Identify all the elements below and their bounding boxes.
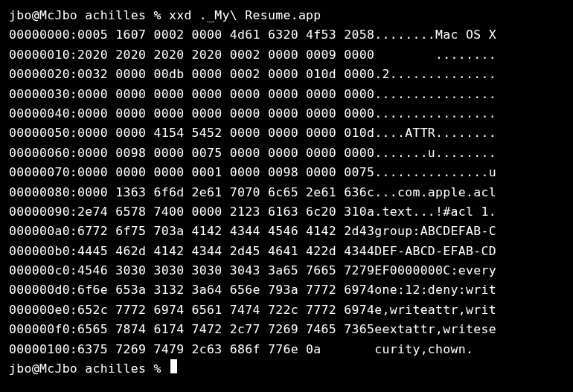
hexdump-row: 00000050: 0000 0000 4154 5452 0000 0000 … bbox=[9, 123, 564, 143]
hex-bytes: 6565 7874 6174 7472 2c77 7269 7465 7365 bbox=[77, 320, 374, 339]
hexdump-row: 00000080: 0000 1363 6f6d 2e61 7070 6c65 … bbox=[9, 183, 564, 202]
hex-offset: 00000040: bbox=[9, 104, 77, 123]
hex-offset: 00000050: bbox=[9, 123, 77, 143]
prompt-line-1: jbo@McJbo achilles % xxd ._My\ Resume.ap… bbox=[9, 6, 564, 25]
hex-ascii: ........Mac OS X bbox=[374, 25, 496, 45]
hex-ascii: .2.............. bbox=[374, 65, 496, 84]
hex-bytes: 2e74 6578 7400 0000 2123 6163 6c20 310a bbox=[77, 202, 374, 222]
hex-bytes: 0000 0000 0000 0000 0000 0000 0000 0000 bbox=[77, 85, 374, 104]
hex-bytes: 4445 462d 4142 4344 2d45 4641 422d 4344 bbox=[77, 242, 374, 261]
hex-bytes: 6375 7269 7479 2c63 686f 776e 0a bbox=[77, 340, 374, 359]
hex-bytes: 0032 0000 00db 0000 0002 0000 010d 0000 bbox=[77, 65, 374, 84]
hex-offset: 000000f0: bbox=[9, 320, 77, 339]
hex-bytes: 0000 0000 0000 0000 0000 0000 0000 0000 bbox=[77, 104, 374, 123]
hex-ascii: ...............u bbox=[374, 163, 496, 182]
hex-bytes: 652c 7772 6974 6561 7474 722c 7772 6974 bbox=[77, 301, 374, 320]
hex-offset: 000000a0: bbox=[9, 222, 77, 241]
hex-ascii: curity,chown. bbox=[374, 340, 473, 359]
hex-ascii: EF0000000C:every bbox=[374, 261, 496, 280]
hex-ascii: .......u........ bbox=[374, 144, 496, 163]
hex-offset: 00000090: bbox=[9, 202, 77, 222]
hexdump-row: 00000040: 0000 0000 0000 0000 0000 0000 … bbox=[9, 104, 564, 123]
hex-ascii: group:ABCDEFAB-C bbox=[374, 222, 496, 241]
hex-bytes: 6772 6f75 703a 4142 4344 4546 4142 2d43 bbox=[77, 222, 374, 241]
hex-bytes: 4546 3030 3030 3030 3043 3a65 7665 7279 bbox=[77, 261, 374, 280]
hexdump-row: 00000000: 0005 1607 0002 0000 4d61 6320 … bbox=[9, 25, 564, 45]
hexdump-row: 000000c0: 4546 3030 3030 3030 3043 3a65 … bbox=[9, 261, 564, 280]
hexdump-row: 000000f0: 6565 7874 6174 7472 2c77 7269 … bbox=[9, 320, 564, 339]
hex-offset: 000000c0: bbox=[9, 261, 77, 280]
hexdump-row: 00000060: 0000 0098 0000 0075 0000 0000 … bbox=[9, 144, 564, 163]
hexdump-row: 00000100: 6375 7269 7479 2c63 686f 776e … bbox=[9, 340, 564, 359]
hex-offset: 00000030: bbox=[9, 85, 77, 104]
hex-bytes: 0000 0000 4154 5452 0000 0000 0000 010d bbox=[77, 123, 374, 143]
hex-ascii: ...com.apple.acl bbox=[374, 183, 496, 202]
prompt-line-2[interactable]: jbo@McJbo achilles % bbox=[9, 359, 564, 379]
hex-ascii: ....ATTR........ bbox=[374, 123, 496, 143]
hex-bytes: 2020 2020 2020 2020 0002 0000 0009 0000 bbox=[77, 45, 374, 65]
shell-prompt: jbo@McJbo achilles % bbox=[9, 359, 169, 379]
hex-offset: 00000070: bbox=[9, 163, 77, 182]
hex-offset: 00000100: bbox=[9, 340, 77, 359]
hex-bytes: 0000 0000 0000 0001 0000 0098 0000 0075 bbox=[77, 163, 374, 182]
terminal-output: jbo@McJbo achilles % xxd ._My\ Resume.ap… bbox=[9, 6, 564, 379]
hexdump-row: 000000a0: 6772 6f75 703a 4142 4344 4546 … bbox=[9, 222, 564, 241]
hexdump-row: 00000090: 2e74 6578 7400 0000 2123 6163 … bbox=[9, 202, 564, 222]
hexdump-row: 000000d0: 6f6e 653a 3132 3a64 656e 793a … bbox=[9, 280, 564, 300]
hex-offset: 000000d0: bbox=[9, 280, 77, 300]
hex-bytes: 0000 0098 0000 0075 0000 0000 0000 0000 bbox=[77, 144, 374, 163]
hex-ascii: eextattr,writese bbox=[374, 320, 496, 339]
hexdump-row: 00000030: 0000 0000 0000 0000 0000 0000 … bbox=[9, 85, 564, 104]
hex-offset: 000000e0: bbox=[9, 301, 77, 320]
hex-ascii: one:12:deny:writ bbox=[374, 280, 496, 300]
hex-offset: 00000000: bbox=[9, 25, 77, 45]
hex-ascii: .text...!#acl 1. bbox=[374, 202, 496, 222]
hex-bytes: 6f6e 653a 3132 3a64 656e 793a 7772 6974 bbox=[77, 280, 374, 300]
hex-offset: 00000010: bbox=[9, 45, 77, 65]
hexdump-row: 00000020: 0032 0000 00db 0000 0002 0000 … bbox=[9, 65, 564, 84]
hex-ascii: ................ bbox=[374, 85, 496, 104]
hex-ascii: ................ bbox=[374, 104, 496, 123]
hex-offset: 00000060: bbox=[9, 144, 77, 163]
hex-offset: 000000b0: bbox=[9, 242, 77, 261]
hexdump-row: 00000070: 0000 0000 0000 0001 0000 0098 … bbox=[9, 163, 564, 182]
hex-offset: 00000020: bbox=[9, 65, 77, 84]
hexdump-row: 000000b0: 4445 462d 4142 4344 2d45 4641 … bbox=[9, 242, 564, 261]
hexdump-row: 00000010: 2020 2020 2020 2020 0002 0000 … bbox=[9, 45, 564, 65]
hex-ascii: DEF-ABCD-EFAB-CD bbox=[374, 242, 496, 261]
hexdump-row: 000000e0: 652c 7772 6974 6561 7474 722c … bbox=[9, 301, 564, 320]
hex-ascii: ........ bbox=[374, 45, 496, 65]
cursor-icon bbox=[170, 359, 177, 373]
hex-bytes: 0005 1607 0002 0000 4d61 6320 4f53 2058 bbox=[77, 25, 374, 45]
hex-bytes: 0000 1363 6f6d 2e61 7070 6c65 2e61 636c bbox=[77, 183, 374, 202]
shell-prompt: jbo@McJbo achilles % xxd ._My\ Resume.ap… bbox=[9, 6, 321, 25]
hex-offset: 00000080: bbox=[9, 183, 77, 202]
hex-ascii: e,writeattr,writ bbox=[374, 301, 496, 320]
